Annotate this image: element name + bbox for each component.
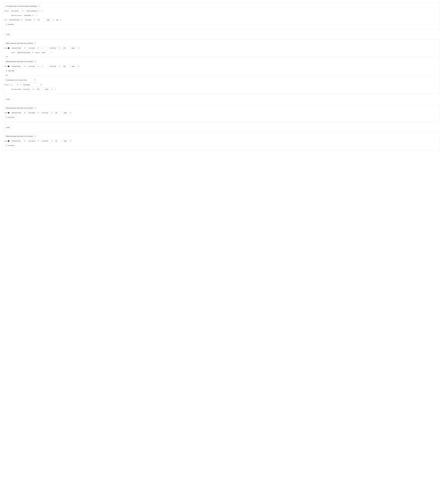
remove-and-btn[interactable]: ✕ xyxy=(59,19,62,21)
remove-because-btn[interactable]: ✕ xyxy=(35,15,38,16)
person-label: Person xyxy=(4,10,9,12)
time-unit-dropdown-2a[interactable]: days weeks months xyxy=(70,46,80,50)
condition-dropdown-3[interactable]: is at least zero times xyxy=(27,111,40,114)
email-icon-2b xyxy=(8,66,9,67)
equals-label-2a: equals xyxy=(35,52,39,53)
can-receive-dropdown[interactable]: can receive cannot receive xyxy=(10,9,24,13)
add-filter-btn-1[interactable]: ▼ Add filter xyxy=(4,23,16,26)
connector-line-3 xyxy=(5,94,6,97)
block-group: What someone has done (or not done) Has … xyxy=(2,39,440,94)
time-value-input-2b[interactable] xyxy=(62,65,69,68)
is-at-least-dropdown[interactable]: is at least is less than in the last xyxy=(24,18,36,21)
because-person-label: Because person xyxy=(11,15,22,16)
and-connector-3: + AND xyxy=(2,126,440,129)
remove-added-btn-2c[interactable]: ✕ xyxy=(54,88,57,90)
filter-icon-4: ▼ xyxy=(6,145,7,146)
connector-line-1 xyxy=(5,30,6,32)
subscribed-date-dropdown[interactable]: subscribed date xyxy=(8,18,23,21)
email-icon-4 xyxy=(8,141,9,142)
block-opened-zero: What someone has done (or not done) Has … xyxy=(2,104,440,122)
has-label-3: Has xyxy=(4,112,7,114)
time-unit-dropdown-2b[interactable]: days weeks months xyxy=(70,65,80,68)
block-clicked-zero: What someone has done (or not done) Has … xyxy=(2,132,440,150)
what-done-dropdown-3[interactable]: What someone has done (or not done) xyxy=(4,106,37,110)
time-condition-dropdown-2b[interactable]: in the last over all time xyxy=(48,65,61,68)
and-label: And xyxy=(4,19,7,21)
time-unit-dropdown-4[interactable]: days weeks months xyxy=(63,139,72,143)
newsletter-dropdown-2c[interactable]: Newsletter xyxy=(22,83,42,87)
email-marketing-dropdown[interactable]: email marketing xyxy=(25,9,40,13)
connector-line-4 xyxy=(5,102,6,104)
time-condition-dropdown-2a[interactable]: in the last over all time xyxy=(48,46,61,50)
added-unit-dropdown-2c[interactable]: days weeks months xyxy=(44,88,53,91)
info-icon[interactable]: i xyxy=(41,10,43,12)
marketing-dropdown[interactable]: If someone can or cannot receive marketi… xyxy=(4,4,40,8)
time-unit-dropdown-3[interactable]: days weeks months xyxy=(63,111,72,114)
time-condition-dropdown-4[interactable]: in the last over all time xyxy=(41,139,53,143)
and-connector-2: + AND xyxy=(2,98,440,101)
and-btn-1[interactable]: + AND xyxy=(4,33,11,36)
in-label-2c: in xyxy=(20,84,21,86)
and-btn-3[interactable]: + AND xyxy=(4,126,11,129)
filter-icon-3: ▼ xyxy=(6,116,7,118)
subscribed-dropdown[interactable]: subscribed xyxy=(23,14,34,17)
filter-icon-2b: ▼ xyxy=(6,70,7,72)
or-label-2: OR xyxy=(4,74,9,77)
where-label-2a: where xyxy=(11,52,15,53)
days-unit-dropdown[interactable]: days weeks months xyxy=(46,18,55,21)
person-label-2c: Person xyxy=(4,84,9,86)
sub-block-opened-email: What someone has done (or not done) Has … xyxy=(4,41,438,54)
add-filter-btn-4[interactable]: ▼ Add Filter xyxy=(4,144,16,147)
condition-dropdown-4[interactable]: is at least zero times xyxy=(27,139,40,143)
or-label-1: OR xyxy=(4,55,9,58)
time-value-input-4[interactable] xyxy=(54,139,62,143)
connector-line-5 xyxy=(5,123,6,125)
or-separator-1: OR xyxy=(4,55,438,58)
connector-line-2 xyxy=(5,37,6,39)
event-dropdown-4[interactable]: Opened Email Clicked Email xyxy=(10,139,26,143)
condition-dropdown-2b[interactable]: is at least zero times xyxy=(27,65,40,68)
is-dropdown-2c[interactable]: is is not xyxy=(10,83,19,87)
value-input-2a[interactable] xyxy=(40,51,50,54)
event-dropdown-3[interactable]: Opened Email Clicked Email xyxy=(10,111,26,114)
time-value-input-3[interactable] xyxy=(54,111,62,114)
what-done-dropdown-4[interactable]: What someone has done (or not done) xyxy=(4,134,37,138)
ago-label: ago xyxy=(56,19,59,21)
count-input-2a[interactable] xyxy=(41,46,48,50)
or-separator-2: OR xyxy=(4,74,438,77)
days-value-input[interactable] xyxy=(37,18,45,21)
condition-dropdown-2a[interactable]: is at least zero times xyxy=(27,46,40,50)
has-label-4: Has xyxy=(4,140,7,142)
added-condition-dropdown-2c[interactable]: in the last over all time xyxy=(22,88,35,91)
has-label-2b: Has xyxy=(4,65,7,67)
has-label-2a: Has xyxy=(4,47,7,49)
and-was-added-label: and was added xyxy=(11,88,21,90)
connector-line-6 xyxy=(5,130,6,132)
add-filter-btn-3[interactable]: ▼ Add Filter xyxy=(4,116,16,119)
what-done-dropdown-2b[interactable]: What someone has done (or not done) xyxy=(4,60,37,63)
email-icon-3 xyxy=(8,112,9,113)
event-dropdown-2a[interactable]: Opened Email Clicked Email xyxy=(10,46,26,50)
added-value-input-2c[interactable] xyxy=(35,88,43,91)
time-value-input-2a[interactable] xyxy=(62,46,69,50)
time-condition-dropdown-3[interactable]: in the last over all time xyxy=(41,111,53,114)
and-connector-1: + AND xyxy=(2,33,440,36)
property-dropdown-2a[interactable]: Apple Privacy Open xyxy=(16,51,34,54)
block-marketing: If someone can or cannot receive marketi… xyxy=(2,2,440,29)
event-dropdown-2b[interactable]: Opened Email Clicked Email xyxy=(10,65,26,68)
and-btn-2[interactable]: + AND xyxy=(4,98,11,101)
what-done-dropdown-2a[interactable]: What someone has done (or not done) xyxy=(4,41,37,45)
sub-block-list: If someone is in or not in a list Person… xyxy=(4,78,438,91)
count-input-2b[interactable] xyxy=(41,65,48,68)
sub-block-clicked-email: What someone has done (or not done) Has … xyxy=(4,60,438,73)
email-icon-2a xyxy=(8,48,9,49)
list-dropdown-2c[interactable]: If someone is in or not in a list xyxy=(4,78,36,82)
add-filter-btn-2b[interactable]: ▼ Add Filter xyxy=(4,69,16,73)
filter-icon-1: ▼ xyxy=(6,23,7,25)
remove-where-btn-2a[interactable]: ✕ xyxy=(51,52,53,54)
